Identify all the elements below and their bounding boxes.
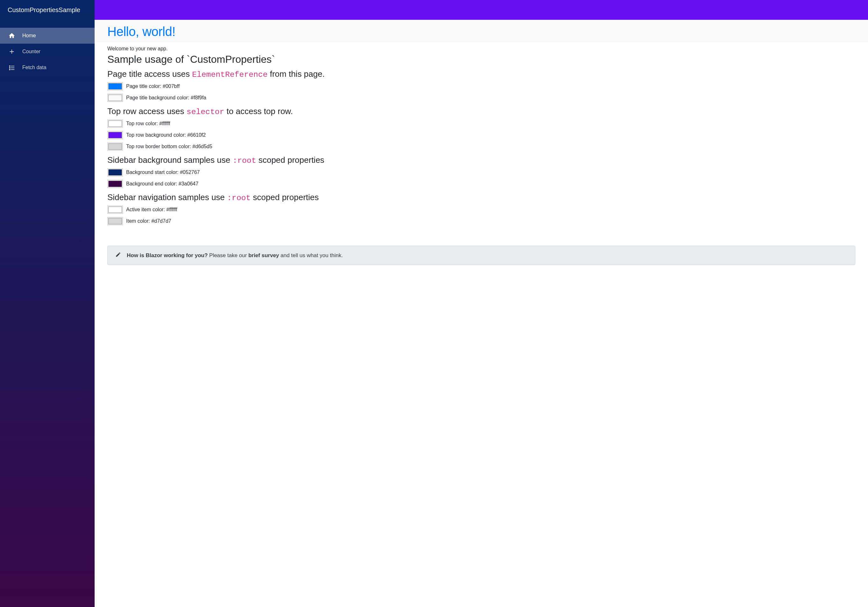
property-row: Background start color: #052767 (107, 168, 855, 177)
color-swatch (108, 218, 122, 224)
color-swatch-button[interactable] (107, 217, 123, 225)
heading-text-pre: Page title access uses (107, 69, 192, 79)
page-title: Hello, world! (107, 25, 855, 39)
page-title-wrap: Hello, world! (95, 20, 868, 42)
color-swatch-button[interactable] (107, 82, 123, 90)
heading-code: ElementReference (192, 70, 268, 79)
pencil-icon (115, 252, 121, 259)
sidebar-item-label: Home (22, 33, 36, 39)
section-page-title: Page title access uses ElementReference … (107, 69, 855, 102)
property-label: Top row color: #ffffff (126, 121, 170, 126)
list-icon (8, 64, 15, 71)
sidebar-item-fetch-data[interactable]: Fetch data (0, 60, 95, 76)
heading-text-pre: Sidebar navigation samples use (107, 193, 227, 202)
property-label: Background end color: #3a0647 (126, 181, 198, 187)
heading-text-post: scoped properties (251, 193, 319, 202)
color-swatch (108, 95, 122, 101)
heading-text-post: scoped properties (256, 155, 324, 165)
heading-code: selector (187, 107, 225, 116)
content: Hello, world! Welcome to your new app. S… (95, 20, 868, 607)
survey-prompt[interactable]: How is Blazor working for you? Please ta… (107, 246, 855, 265)
survey-question: How is Blazor working for you? (127, 252, 208, 258)
plus-icon (8, 48, 15, 55)
color-swatch (108, 206, 122, 213)
property-label: Page title color: #007bff (126, 84, 180, 89)
color-swatch-button[interactable] (107, 180, 123, 188)
property-label: Top row border bottom color: #d6d5d5 (126, 144, 212, 149)
survey-rest-text: and tell us what you think. (279, 252, 343, 258)
home-icon (8, 32, 15, 39)
main-area: Hello, world! Welcome to your new app. S… (95, 0, 868, 607)
sidebar-item-label: Fetch data (22, 65, 46, 70)
survey-mid-text: Please take our (208, 252, 248, 258)
heading-text-post: from this page. (268, 69, 325, 79)
sidebar-item-label: Counter (22, 49, 40, 54)
section-sidebar-nav: Sidebar navigation samples use :root sco… (107, 193, 855, 225)
color-swatch-button[interactable] (107, 205, 123, 214)
welcome-text: Welcome to your new app. (107, 46, 855, 51)
property-row: Item color: #d7d7d7 (107, 217, 855, 225)
section-heading: Top row access uses selector to access t… (107, 106, 855, 116)
section-top-row: Top row access uses selector to access t… (107, 106, 855, 151)
heading-code: :root (232, 156, 256, 165)
heading-text-post: to access top row. (224, 106, 293, 116)
section-heading: Page title access uses ElementReference … (107, 69, 855, 79)
property-label: Page title background color: #f8f9fa (126, 95, 206, 101)
property-row: Background end color: #3a0647 (107, 180, 855, 188)
survey-text: How is Blazor working for you? Please ta… (127, 252, 343, 259)
color-swatch (108, 132, 122, 138)
property-row: Top row border bottom color: #d6d5d5 (107, 143, 855, 151)
sidebar-item-home[interactable]: Home (0, 28, 95, 43)
color-swatch (108, 169, 122, 175)
sidebar-nav: Home Counter Fetch data (0, 20, 95, 76)
sidebar: CustomPropertiesSample Home Counter Fetc… (0, 0, 95, 607)
color-swatch-button[interactable] (107, 131, 123, 139)
survey-link[interactable]: brief survey (248, 252, 279, 258)
color-swatch (108, 120, 122, 127)
color-swatch (108, 181, 122, 187)
color-swatch-button[interactable] (107, 143, 123, 151)
section-heading: Sidebar navigation samples use :root sco… (107, 193, 855, 202)
section-heading: Sidebar background samples use :root sco… (107, 155, 855, 165)
top-row (95, 0, 868, 20)
heading-code: :root (227, 193, 251, 202)
property-row: Top row color: #ffffff (107, 120, 855, 128)
property-label: Background start color: #052767 (126, 169, 200, 175)
color-swatch (108, 83, 122, 90)
inner-content: Welcome to your new app. Sample usage of… (95, 42, 868, 236)
heading-text-pre: Top row access uses (107, 106, 187, 116)
property-row: Page title background color: #f8f9fa (107, 94, 855, 102)
sidebar-brand[interactable]: CustomPropertiesSample (0, 0, 95, 20)
color-swatch (108, 143, 122, 150)
property-row: Page title color: #007bff (107, 82, 855, 90)
property-label: Top row background color: #6610f2 (126, 132, 206, 138)
property-row: Active item color: #ffffff (107, 205, 855, 214)
color-swatch-button[interactable] (107, 120, 123, 128)
property-label: Active item color: #ffffff (126, 207, 177, 213)
property-label: Item color: #d7d7d7 (126, 218, 171, 224)
property-row: Top row background color: #6610f2 (107, 131, 855, 139)
section-sidebar-bg: Sidebar background samples use :root sco… (107, 155, 855, 188)
sidebar-item-counter[interactable]: Counter (0, 43, 95, 60)
color-swatch-button[interactable] (107, 94, 123, 102)
color-swatch-button[interactable] (107, 168, 123, 177)
heading-text-pre: Sidebar background samples use (107, 155, 232, 165)
sample-heading: Sample usage of `CustomProperties` (107, 54, 855, 65)
